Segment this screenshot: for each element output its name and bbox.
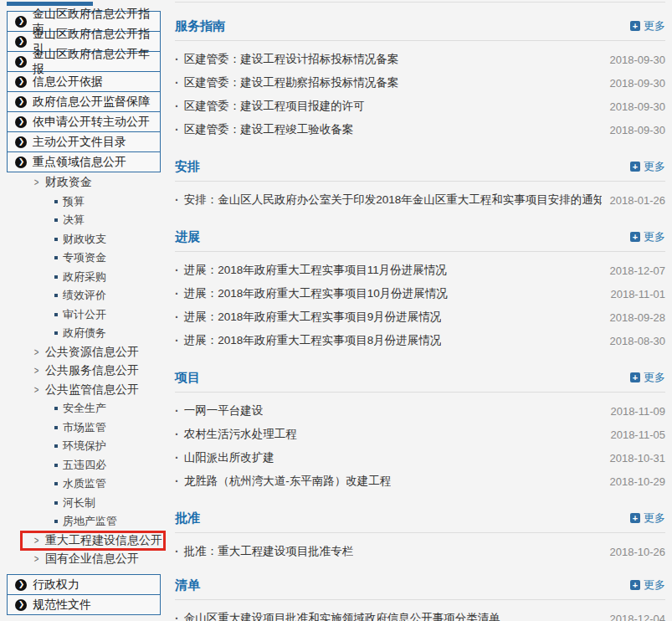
sidebar-box-label: 主动公开文件目录 [33,135,126,150]
article-date: 2018-11-09 [602,405,665,418]
sidebar-submenu-subitem[interactable]: 房地产监管 [7,512,168,531]
article-link[interactable]: · 龙胜路（杭州湾大道-东平南路）改建工程 [175,474,391,489]
circle-arrow-icon: ❯ [15,157,27,168]
content-section: 批准 + 更多 · 批准：重大工程建设项目批准专栏 2018-10-26 [175,510,665,563]
article-link[interactable]: · 进展：2018年政府重大工程实事项目8月份进展情况 [175,333,441,348]
article-link[interactable]: · 安排：金山区人民政府办公室关于印发2018年金山区重大工程和实事项目安排的通… [175,192,602,208]
sidebar-submenu: > 财政资金 预算 决算 财政收支 专项资金 政府采购 绩效评价 审计公开 政府… [7,172,168,571]
article-link[interactable]: · 进展：2018年政府重大工程实事项目10月份进展情况 [175,286,448,301]
sidebar-box-item[interactable]: ❯ 主动公开文件目录 [7,131,161,152]
sidebar-box-label: 行政权力 [33,577,80,593]
square-bullet-icon [54,256,58,259]
sidebar-submenu-subitem[interactable]: 安全生产 [7,399,168,418]
article-row: · 区建管委：建设工程竣工验收备案 2018-09-30 [175,118,665,141]
sidebar-submenu-subitem[interactable]: 五违四必 [7,456,168,475]
sidebar-box-item[interactable]: ❯ 政府信息公开监督保障 [7,91,161,112]
article-row: · 进展：2018年政府重大工程实事项目11月份进展情况 2018-12-07 [175,259,665,282]
sidebar-submenu-item[interactable]: > 国有企业信息公开 [7,550,168,569]
article-link[interactable]: · 山阳派出所改扩建 [175,450,274,465]
article-link[interactable]: · 一网一平台建设 [175,403,263,418]
article-title: 农村生活污水处理工程 [184,427,297,442]
dot-bullet-icon: · [175,612,179,621]
sidebar-box-item[interactable]: ❯ 重点领域信息公开 [7,151,161,172]
article-link[interactable]: · 金山区重大建设项目批准和实施领域政府信息公开事项分类清单 [175,611,500,621]
article-row: · 进展：2018年政府重大工程实事项目8月份进展情况 2018-08-30 [175,329,665,352]
sidebar-submenu-subitem[interactable]: 绩效评价 [7,286,168,305]
sidebar-submenu-subitem[interactable]: 水质监管 [7,475,168,494]
sidebar-submenu-sublabel: 决算 [63,213,85,228]
plus-icon: + [630,232,640,242]
section-divider [175,599,665,600]
section-title: 项目 [175,370,200,386]
sidebar-submenu-sublabel: 审计公开 [63,307,106,322]
article-title: 进展：2018年政府重大工程实事项目10月份进展情况 [184,286,448,301]
more-label: 更多 [644,159,665,174]
section-article-list: · 金山区重大建设项目批准和实施领域政府信息公开事项分类清单 2018-12-0… [175,607,665,621]
more-label: 更多 [644,511,665,526]
sidebar-submenu-subitem[interactable]: 审计公开 [7,305,168,325]
sidebar-submenu-subitem[interactable]: 政府采购 [7,268,168,287]
page: ❯ 金山区政府信息公开指南 ❯ 金山区政府信息公开指引 ❯ 金山区政府信息公开年… [0,0,672,621]
sidebar-box-item[interactable]: ❯ 规范性文件 [7,594,161,615]
article-row: · 进展：2018年政府重大工程实事项目10月份进展情况 2018-11-01 [175,282,665,305]
square-bullet-icon [54,407,58,410]
circle-arrow-icon: ❯ [15,136,27,148]
sidebar-submenu-item[interactable]: > 财政资金 [7,173,168,192]
sidebar-box-label: 规范性文件 [33,598,91,613]
square-bullet-icon [54,482,58,485]
chevron-right-icon: > [34,346,39,358]
more-link[interactable]: + 更多 [630,18,665,33]
sidebar-submenu-item[interactable]: > 公共服务信息公开 [7,362,168,381]
more-link[interactable]: + 更多 [630,229,665,244]
article-row: · 山阳派出所改扩建 2018-10-31 [175,446,665,470]
square-bullet-icon [54,520,58,523]
sidebar-submenu-subitem[interactable]: 决算 [7,211,168,230]
article-title: 山阳派出所改扩建 [184,450,274,465]
sidebar-main-menu: ❯ 金山区政府信息公开指南 ❯ 金山区政府信息公开指引 ❯ 金山区政府信息公开年… [7,11,168,172]
article-link[interactable]: · 区建管委：建设工程项目报建的许可 [175,99,365,114]
sidebar-submenu-subitem[interactable]: 财政收支 [7,230,168,249]
article-row: · 区建管委：建设工程项目报建的许可 2018-09-30 [175,95,665,118]
sidebar-box-item[interactable]: ❯ 依申请公开转主动公开 [7,111,161,132]
more-link[interactable]: + 更多 [630,370,665,385]
sidebar-box-item[interactable]: ❯ 金山区政府信息公开年报 [7,51,161,72]
article-row: · 一网一平台建设 2018-11-09 [175,399,665,423]
more-link[interactable]: + 更多 [630,511,665,526]
sidebar-submenu-item[interactable]: > 公共资源信息公开 [7,343,168,362]
article-title: 进展：2018年政府重大工程实事项目8月份进展情况 [184,333,442,348]
sidebar-submenu-item[interactable]: > 公共监管信息公开 [7,381,168,400]
sidebar-submenu-label: 公共资源信息公开 [45,345,139,360]
sidebar-submenu-subitem[interactable]: 市场监管 [7,418,168,438]
sidebar-submenu-subitem[interactable]: 预算 [7,192,168,212]
article-link[interactable]: · 进展：2018年政府重大工程实事项目9月份进展情况 [175,310,441,325]
circle-arrow-icon: ❯ [15,96,27,108]
dot-bullet-icon: · [175,428,179,441]
article-link[interactable]: · 农村生活污水处理工程 [175,427,297,442]
sidebar-submenu-item-active[interactable]: > 重大工程建设信息公开 [20,531,166,551]
sidebar-submenu-sublabel: 河长制 [63,495,95,511]
more-link[interactable]: + 更多 [630,577,665,593]
square-bullet-icon [54,464,58,467]
square-bullet-icon [54,294,58,297]
content-section: 清单 + 更多 · 金山区重大建设项目批准和实施领域政府信息公开事项分类清单 2… [175,577,665,621]
article-link[interactable]: · 区建管委：建设工程设计招标投标情况备案 [175,52,398,67]
section-divider [175,181,665,182]
article-link[interactable]: · 批准：重大工程建设项目批准专栏 [175,544,353,559]
article-link[interactable]: · 进展：2018年政府重大工程实事项目11月份进展情况 [175,263,447,278]
sidebar-submenu-subitem[interactable]: 政府债务 [7,324,168,343]
section-divider [175,40,665,41]
sidebar-submenu-subitem[interactable]: 环境保护 [7,437,168,456]
article-title: 金山区重大建设项目批准和实施领域政府信息公开事项分类清单 [184,611,500,621]
content-section: 服务指南 + 更多 · 区建管委：建设工程设计招标投标情况备案 2018-09-… [175,18,665,141]
sidebar-submenu-subitem[interactable]: 专项资金 [7,249,168,268]
more-link[interactable]: + 更多 [630,159,665,174]
sidebar-submenu-subitem[interactable]: 河长制 [7,494,168,513]
section-divider [175,532,665,533]
sidebar-submenu-sublabel: 安全生产 [63,401,106,416]
section-divider [175,251,665,252]
sidebar-submenu-sublabel: 水质监管 [63,476,106,491]
article-link[interactable]: · 区建管委：建设工程竣工验收备案 [175,122,353,137]
article-link[interactable]: · 区建管委：建设工程勘察招标投标情况备案 [175,75,398,90]
sidebar-box-item[interactable]: ❯ 行政权力 [7,574,161,595]
more-label: 更多 [644,370,665,385]
